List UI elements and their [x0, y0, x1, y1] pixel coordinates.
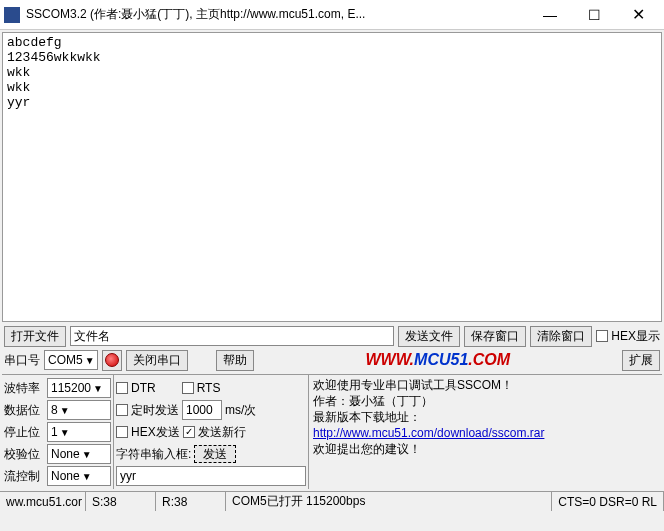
- databits-select[interactable]: 8▼: [47, 400, 111, 420]
- checkbox-icon: [596, 330, 608, 342]
- hex-display-checkbox[interactable]: HEX显示: [596, 328, 660, 345]
- hex-display-label: HEX显示: [611, 328, 660, 345]
- window-title: SSCOM3.2 (作者:聂小猛(丁丁), 主页http://www.mcu51…: [26, 6, 528, 23]
- clear-window-button[interactable]: 清除窗口: [530, 326, 592, 347]
- checkbox-checked-icon: ✓: [183, 426, 195, 438]
- timed-send-checkbox[interactable]: 定时发送: [116, 402, 179, 419]
- rts-checkbox[interactable]: RTS: [182, 381, 221, 395]
- baud-select[interactable]: 115200▼: [47, 378, 111, 398]
- databits-label: 数据位: [4, 402, 44, 419]
- info-line: 最新版本下载地址：: [313, 409, 658, 425]
- options-panel: DTR RTS 定时发送 ms/次 HEX发送 ✓发送新行 字符串输入框: 发送: [114, 375, 309, 489]
- flow-select[interactable]: None▼: [47, 466, 111, 486]
- interval-unit: ms/次: [225, 402, 265, 419]
- parity-select[interactable]: None▼: [47, 444, 111, 464]
- expand-button[interactable]: 扩展: [622, 350, 660, 371]
- info-line: 作者：聂小猛（丁丁）: [313, 393, 658, 409]
- interval-input[interactable]: [182, 400, 222, 420]
- parity-label: 校验位: [4, 446, 44, 463]
- filename-input[interactable]: [70, 326, 394, 346]
- status-sent: S:38: [86, 492, 156, 511]
- stopbits-label: 停止位: [4, 424, 44, 441]
- bottom-panel: 波特率 115200▼ 数据位 8▼ 停止位 1▼ 校验位 None▼ 流控制 …: [2, 374, 662, 489]
- baud-label: 波特率: [4, 380, 44, 397]
- send-input[interactable]: [116, 466, 306, 486]
- help-button[interactable]: 帮助: [216, 350, 254, 371]
- chevron-down-icon: ▼: [85, 355, 95, 366]
- open-file-button[interactable]: 打开文件: [4, 326, 66, 347]
- port-row: 串口号 COM5 ▼ 关闭串口 帮助 WWW.MCU51.COM 扩展: [0, 348, 664, 372]
- send-file-button[interactable]: 发送文件: [398, 326, 460, 347]
- port-label: 串口号: [4, 352, 40, 369]
- record-icon: [105, 353, 119, 367]
- stopbits-select[interactable]: 1▼: [47, 422, 111, 442]
- file-row: 打开文件 发送文件 保存窗口 清除窗口 HEX显示: [0, 324, 664, 348]
- port-select[interactable]: COM5 ▼: [44, 350, 98, 370]
- status-url: ww.mcu51.cor: [0, 492, 86, 511]
- chevron-down-icon: ▼: [82, 471, 92, 482]
- config-panel: 波特率 115200▼ 数据位 8▼ 停止位 1▼ 校验位 None▼ 流控制 …: [2, 375, 114, 489]
- flow-label: 流控制: [4, 468, 44, 485]
- dtr-checkbox[interactable]: DTR: [116, 381, 156, 395]
- status-flags: CTS=0 DSR=0 RL: [552, 492, 664, 511]
- chevron-down-icon: ▼: [60, 405, 70, 416]
- download-link[interactable]: http://www.mcu51.com/download/sscom.rar: [313, 426, 544, 440]
- close-button[interactable]: ✕: [616, 1, 660, 29]
- status-bar: ww.mcu51.cor S:38 R:38 COM5已打开 115200bps…: [0, 491, 664, 511]
- send-button[interactable]: 发送: [194, 445, 236, 463]
- record-button[interactable]: [102, 350, 122, 371]
- minimize-button[interactable]: —: [528, 1, 572, 29]
- info-line: 欢迎使用专业串口调试工具SSCOM！: [313, 377, 658, 393]
- app-icon: [4, 7, 20, 23]
- hex-send-checkbox[interactable]: HEX发送: [116, 424, 180, 441]
- maximize-button[interactable]: ☐: [572, 1, 616, 29]
- titlebar: SSCOM3.2 (作者:聂小猛(丁丁), 主页http://www.mcu51…: [0, 0, 664, 30]
- info-panel: 欢迎使用专业串口调试工具SSCOM！ 作者：聂小猛（丁丁） 最新版本下载地址： …: [309, 375, 662, 489]
- chevron-down-icon: ▼: [93, 383, 103, 394]
- terminal-output[interactable]: abcdefg 123456wkkwkk wkk wkk yyr: [2, 32, 662, 322]
- info-line: 欢迎提出您的建议！: [313, 441, 658, 457]
- status-port: COM5已打开 115200bps: [226, 492, 552, 511]
- chevron-down-icon: ▼: [82, 449, 92, 460]
- status-recv: R:38: [156, 492, 226, 511]
- input-box-label: 字符串输入框:: [116, 446, 191, 463]
- close-port-button[interactable]: 关闭串口: [126, 350, 188, 371]
- website-link[interactable]: WWW.MCU51.COM: [366, 351, 511, 369]
- save-window-button[interactable]: 保存窗口: [464, 326, 526, 347]
- send-newline-checkbox[interactable]: ✓发送新行: [183, 424, 246, 441]
- port-value: COM5: [48, 353, 83, 367]
- chevron-down-icon: ▼: [60, 427, 70, 438]
